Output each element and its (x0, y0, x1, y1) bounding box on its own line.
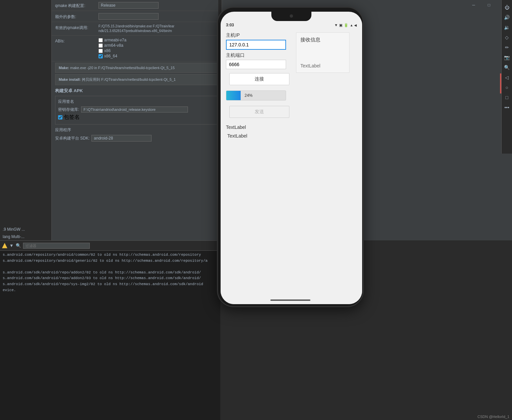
phone-notch (271, 12, 311, 21)
more-options-icon[interactable]: ••• (502, 103, 512, 112)
phone-screen: 3:03 ▼ ▣ 🔋 ▲ ◀ 主机IP (221, 12, 362, 304)
right-info-section: 接收信息 TextLabel (296, 32, 349, 73)
app-section: 应用程序 安卓构建平台 SDK: (55, 127, 218, 142)
abi-armeabi-row: armeabi-v7a (98, 38, 218, 42)
make-install-label: Make install: (59, 77, 81, 81)
abi-arm64-checkbox[interactable] (98, 43, 103, 48)
log-line-7: evice. (3, 287, 218, 293)
connect-button[interactable]: 连接 (229, 73, 289, 85)
abi-x86-label: x86 (104, 48, 110, 53)
qmake-invoke-label: 有效的qmake调用: (55, 24, 98, 31)
progress-bar-fill (226, 91, 241, 100)
volume-icon[interactable]: 🔊 (502, 13, 512, 22)
log-toolbar: ▼ 🔍 (0, 241, 220, 251)
filter-icon[interactable]: ▼ (9, 243, 14, 248)
left-app-section: 主机IP 主机端口 连接 (226, 32, 293, 130)
receive-info-title: 接收信息 (300, 37, 345, 43)
progress-bar-container: 24% (226, 90, 286, 100)
abi-x86-64-checkbox[interactable] (98, 54, 103, 58)
config-panel: qmake 构建配置: 额外的参数: 有效的qmake调用: F:/QT/5.1… (52, 0, 222, 240)
signal-bars: ▲ ◀ (350, 23, 357, 27)
abi-armeabi-label: armeabi-v7a (104, 38, 126, 42)
camera-icon[interactable]: 📷 (502, 53, 512, 62)
log-line-4: s.android.com/sdk/android/repo/addon2/02… (3, 270, 218, 276)
abi-x86-checkbox[interactable] (98, 49, 103, 53)
phone-mockup: 3:03 ▼ ▣ 🔋 ▲ ◀ 主机IP (214, 7, 367, 321)
phone-bottom-bar (270, 299, 310, 301)
battery-status-icon: 🔋 (344, 23, 348, 27)
keystore-row: 密钥存储库: (58, 107, 215, 113)
zoom-icon[interactable]: 🔍 (502, 63, 512, 72)
keystore-input[interactable] (81, 107, 188, 113)
status-icons: ▼ ▣ 🔋 ▲ ◀ (334, 23, 357, 27)
port-input[interactable] (226, 60, 286, 69)
sign-title: 应用签名 (58, 99, 215, 104)
extra-params-label: 额外的参数: (55, 13, 98, 20)
abi-x86-64-label: x86_64 (104, 54, 117, 58)
sound-low-icon[interactable]: 🔉 (502, 23, 512, 32)
back-icon[interactable]: ◁ (502, 73, 512, 82)
abis-row: ABIs: armeabi-v7a arm64-v8a x86 x86_64 (52, 36, 222, 61)
make-install-section: Make install: 拷贝应用到 F:/QTtrain/learn/net… (55, 74, 218, 85)
wifi-status-icon: ▼ (334, 23, 338, 27)
extra-params-input[interactable] (98, 13, 159, 20)
log-panel: ▼ 🔍 s.android.com/repository/android/com… (0, 240, 220, 420)
abi-arm64-label: arm64-v8a (104, 43, 123, 48)
log-line-6: s.android.com/sdk/android/repo/sys-img2/… (3, 281, 218, 287)
sd-icon: ▣ (339, 23, 342, 27)
text-label-left: TextLabel (226, 125, 293, 130)
qmake-invoke-value: F:/QT/5.15.2/android/bin/qmake.exe F:/QT… (98, 24, 218, 33)
right-sidebar: ⏻ 🔊 🔉 ◇ ✏ 📷 🔍 ◁ ○ □ ••• (501, 0, 512, 154)
port-label: 主机端口 (226, 52, 293, 58)
csdn-watermark: CSDN @HellorId_1 (477, 415, 509, 419)
apk-section: 构建安卓 APK 应用签名 密钥存储库: 包签名 应用程序 安卓构建平台 SDK… (55, 88, 218, 142)
warning-icon (2, 243, 7, 248)
ip-input[interactable] (226, 40, 286, 50)
phone-outer: 3:03 ▼ ▣ 🔋 ▲ ◀ 主机IP (217, 7, 364, 307)
app-section-title: 应用程序 (55, 127, 218, 133)
abis-checkboxes: armeabi-v7a arm64-v8a x86 x86_64 (98, 38, 218, 59)
qmake-config-row: qmake 构建配置: (52, 0, 222, 11)
make-section: Make: make.exe -j20 in F:/QTtrain/learn/… (55, 63, 218, 73)
log-line-3 (3, 264, 218, 270)
log-content: s.android.com/repository/android/common/… (0, 251, 220, 294)
log-line-1: s.android.com/repository/android/common/… (3, 252, 218, 258)
log-line-2: s.android.com/repository/android/generic… (3, 258, 218, 264)
search-icon[interactable]: 🔍 (16, 243, 21, 248)
sdk-label: 安卓构建平台 SDK: (55, 136, 89, 141)
qmake-config-input[interactable] (98, 2, 159, 9)
diamond-icon[interactable]: ◇ (502, 33, 512, 42)
progress-section: 24% (226, 90, 293, 100)
recent-square-icon[interactable]: □ (502, 93, 512, 102)
abi-arm64-row: arm64-v8a (98, 43, 218, 48)
abi-x86-64-row: x86_64 (98, 54, 218, 58)
maximize-button[interactable]: □ (481, 0, 497, 10)
left-panel-bottom: .9 MinGW ... lang Multi-... (0, 226, 51, 240)
sdk-input[interactable] (91, 135, 152, 142)
package-sign-row: 包签名 (58, 114, 215, 121)
send-section: 发送 (226, 106, 293, 118)
qmake-invoke-row: 有效的qmake调用: F:/QT/5.15.2/android/bin/qma… (52, 22, 222, 36)
abi-armeabi-checkbox[interactable] (98, 38, 103, 42)
abi-x86-row: x86 (98, 48, 218, 53)
status-bar: 3:03 ▼ ▣ 🔋 ▲ ◀ (221, 21, 362, 29)
apk-title: 构建安卓 APK (55, 88, 218, 94)
package-sign-checkbox[interactable] (58, 115, 62, 120)
home-circle-icon[interactable]: ○ (502, 83, 512, 92)
extra-params-value (98, 13, 218, 20)
sidebar-item-mingw[interactable]: .9 MinGW ... (0, 226, 51, 233)
sidebar-item-lang[interactable]: lang Multi-... (0, 233, 51, 240)
left-panel: .9 MinGW ... lang Multi-... (0, 0, 52, 240)
phone-camera (290, 14, 293, 18)
pencil-icon[interactable]: ✏ (502, 43, 512, 52)
power-icon[interactable]: ⏻ (502, 3, 512, 12)
send-button[interactable]: 发送 (229, 106, 289, 118)
qmake-config-value (98, 2, 218, 9)
red-accent-bar (500, 73, 501, 93)
minimize-button[interactable]: ─ (466, 0, 481, 10)
extra-params-row: 额外的参数: (52, 11, 222, 22)
port-section: 主机端口 (226, 52, 293, 69)
log-filter-input[interactable] (23, 243, 90, 249)
keystore-label: 密钥存储库: (58, 107, 79, 113)
ip-section: 主机IP (226, 32, 293, 50)
